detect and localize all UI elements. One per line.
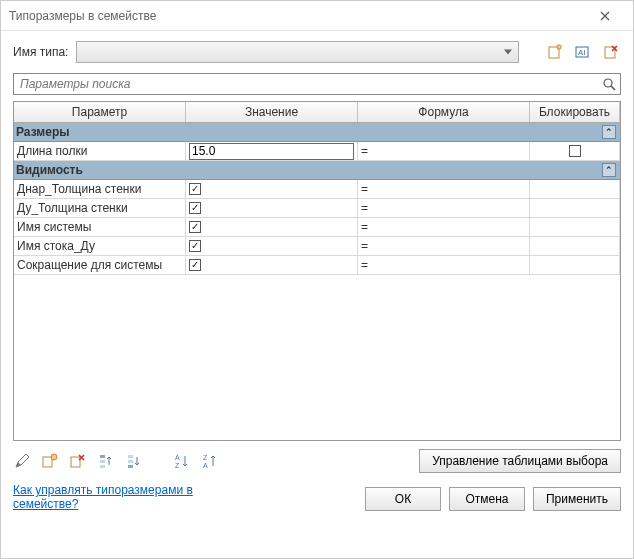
ok-button[interactable]: ОК: [365, 487, 441, 511]
table-row: Имя стока_Ду=: [14, 237, 620, 256]
pencil-icon[interactable]: [13, 452, 31, 470]
new-type-icon[interactable]: [545, 42, 565, 62]
svg-rect-14: [128, 460, 133, 463]
value-cell[interactable]: [186, 218, 358, 236]
lock-cell[interactable]: [530, 180, 620, 198]
group-header[interactable]: Видимость⌃: [14, 161, 620, 180]
col-header-value[interactable]: Значение: [186, 102, 358, 122]
help-link-text: Как управлять типоразмерами в семействе?: [13, 483, 193, 511]
svg-text:A: A: [175, 454, 180, 461]
svg-text:Z: Z: [175, 462, 180, 469]
value-checkbox[interactable]: [189, 183, 201, 195]
svg-point-8: [51, 454, 57, 460]
table-row: Днар_Толщина стенки=: [14, 180, 620, 199]
lock-cell[interactable]: [530, 142, 620, 160]
svg-rect-10: [100, 455, 105, 458]
table-row: Имя системы=: [14, 218, 620, 237]
param-cell[interactable]: Имя системы: [14, 218, 186, 236]
value-cell[interactable]: [186, 256, 358, 274]
delete-type-icon[interactable]: [601, 42, 621, 62]
value-cell[interactable]: [186, 180, 358, 198]
formula-cell[interactable]: =: [358, 180, 530, 198]
svg-text:Z: Z: [203, 454, 208, 461]
search-input[interactable]: [18, 76, 600, 92]
svg-text:AI: AI: [578, 48, 586, 57]
type-name-combo[interactable]: [76, 41, 519, 63]
table-header: Параметр Значение Формула Блокировать: [14, 102, 620, 123]
move-down-icon[interactable]: [125, 452, 143, 470]
rename-type-icon[interactable]: AI: [573, 42, 593, 62]
param-cell[interactable]: Ду_Толщина стенки: [14, 199, 186, 217]
svg-text:A: A: [203, 462, 208, 469]
group-header[interactable]: Размеры⌃: [14, 123, 620, 142]
table-body: Размеры⌃Длина полки=Видимость⌃Днар_Толщи…: [14, 123, 620, 440]
value-checkbox[interactable]: [189, 240, 201, 252]
lock-cell[interactable]: [530, 237, 620, 255]
cancel-button[interactable]: Отмена: [449, 487, 525, 511]
apply-button[interactable]: Применить: [533, 487, 621, 511]
sort-asc-icon[interactable]: AZ: [173, 452, 191, 470]
help-link[interactable]: Как управлять типоразмерами в семействе?: [13, 483, 213, 511]
formula-cell[interactable]: =: [358, 237, 530, 255]
formula-cell[interactable]: =: [358, 256, 530, 274]
formula-cell[interactable]: =: [358, 218, 530, 236]
parameters-table: Параметр Значение Формула Блокировать Ра…: [13, 101, 621, 441]
value-checkbox[interactable]: [189, 221, 201, 233]
new-param-icon[interactable]: [41, 452, 59, 470]
type-name-label: Имя типа:: [13, 45, 68, 59]
lock-checkbox[interactable]: [569, 145, 581, 157]
value-cell[interactable]: [186, 142, 358, 160]
svg-rect-12: [100, 465, 105, 468]
table-row: Сокращение для системы=: [14, 256, 620, 275]
value-cell[interactable]: [186, 199, 358, 217]
svg-rect-11: [100, 460, 105, 463]
table-row: Ду_Толщина стенки=: [14, 199, 620, 218]
svg-rect-7: [43, 457, 52, 467]
value-checkbox[interactable]: [189, 202, 201, 214]
group-title: Видимость: [16, 163, 602, 177]
sort-desc-icon[interactable]: ZA: [201, 452, 219, 470]
formula-cell[interactable]: =: [358, 199, 530, 217]
table-row: Длина полки=: [14, 142, 620, 161]
delete-param-icon[interactable]: [69, 452, 87, 470]
type-name-row: Имя типа: AI: [13, 41, 621, 63]
move-up-icon[interactable]: [97, 452, 115, 470]
col-header-formula[interactable]: Формула: [358, 102, 530, 122]
param-cell[interactable]: Длина полки: [14, 142, 186, 160]
window-title: Типоразмеры в семействе: [9, 9, 585, 23]
param-cell[interactable]: Имя стока_Ду: [14, 237, 186, 255]
value-cell[interactable]: [186, 237, 358, 255]
collapse-icon[interactable]: ⌃: [602, 125, 616, 139]
col-header-parameter[interactable]: Параметр: [14, 102, 186, 122]
formula-cell[interactable]: =: [358, 142, 530, 160]
lock-cell[interactable]: [530, 256, 620, 274]
col-header-lock[interactable]: Блокировать: [530, 102, 620, 122]
group-title: Размеры: [16, 125, 602, 139]
value-input[interactable]: [189, 143, 354, 160]
param-cell[interactable]: Днар_Толщина стенки: [14, 180, 186, 198]
close-button[interactable]: [585, 2, 625, 30]
svg-rect-15: [128, 465, 133, 468]
param-cell[interactable]: Сокращение для системы: [14, 256, 186, 274]
svg-rect-13: [128, 455, 133, 458]
titlebar: Типоразмеры в семействе: [1, 1, 633, 31]
search-icon[interactable]: [600, 75, 618, 93]
svg-point-5: [604, 79, 612, 87]
svg-rect-9: [71, 457, 80, 467]
lock-cell[interactable]: [530, 199, 620, 217]
bottom-toolbar: AZ ZA Управление таблицами выбора: [13, 449, 621, 473]
lookup-tables-button[interactable]: Управление таблицами выбора: [419, 449, 621, 473]
svg-line-6: [611, 86, 615, 90]
svg-point-1: [557, 45, 561, 49]
collapse-icon[interactable]: ⌃: [602, 163, 616, 177]
value-checkbox[interactable]: [189, 259, 201, 271]
search-row: [13, 73, 621, 95]
lock-cell[interactable]: [530, 218, 620, 236]
